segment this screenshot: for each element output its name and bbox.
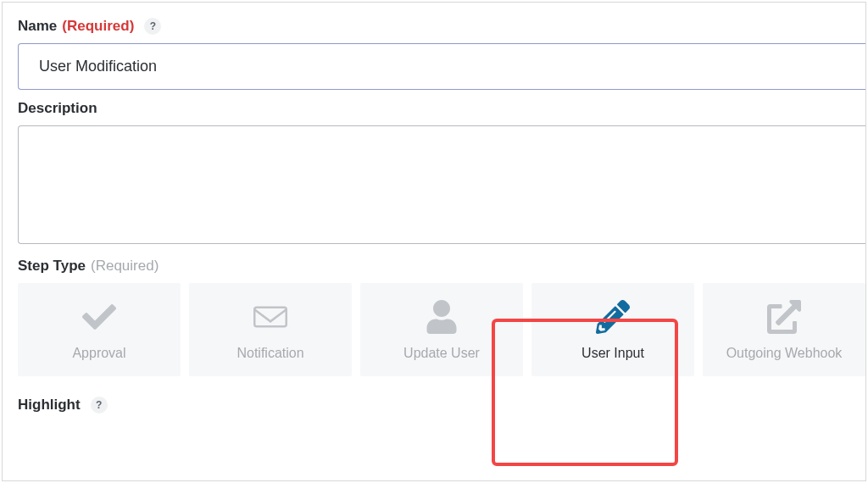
description-label-line: Description xyxy=(18,100,865,117)
step-type-label: Step Type xyxy=(18,258,86,275)
name-required-hint: (Required) xyxy=(62,18,134,35)
envelope-icon xyxy=(253,300,287,334)
external-link-icon xyxy=(767,300,801,334)
check-icon xyxy=(82,300,116,334)
help-icon[interactable]: ? xyxy=(144,18,161,35)
step-card-approval[interactable]: Approval xyxy=(18,283,181,376)
highlight-label: Highlight xyxy=(18,397,81,414)
pencil-icon xyxy=(596,300,630,334)
name-field-row: Name (Required) ? xyxy=(18,18,865,90)
step-type-label-line: Step Type (Required) xyxy=(18,258,865,275)
step-label-update-user: Update User xyxy=(403,346,480,361)
step-label-outgoing-webhook: Outgoing Webhook xyxy=(726,346,843,361)
highlight-field-row: Highlight ? xyxy=(18,397,865,414)
step-card-user-input[interactable]: User Input xyxy=(531,283,694,376)
description-field-row: Description xyxy=(18,100,865,247)
form-container: Name (Required) ? Description Step Type … xyxy=(2,2,866,481)
step-label-notification: Notification xyxy=(236,346,303,361)
step-type-required-hint: (Required) xyxy=(91,258,159,275)
description-input[interactable] xyxy=(18,125,865,244)
step-label-user-input: User Input xyxy=(581,346,644,361)
name-input[interactable] xyxy=(18,43,865,90)
name-label: Name xyxy=(18,18,57,35)
step-card-outgoing-webhook[interactable]: Outgoing Webhook xyxy=(703,283,865,376)
step-type-options: Approval Notification Update User User I… xyxy=(18,283,865,376)
step-type-field-row: Step Type (Required) Approval Notificati… xyxy=(18,258,865,376)
name-label-line: Name (Required) ? xyxy=(18,18,865,35)
help-icon[interactable]: ? xyxy=(91,397,108,414)
step-card-notification[interactable]: Notification xyxy=(189,283,352,376)
description-label: Description xyxy=(18,100,97,117)
step-card-update-user[interactable]: Update User xyxy=(360,283,523,376)
step-label-approval: Approval xyxy=(72,346,125,361)
highlight-label-line: Highlight ? xyxy=(18,397,865,414)
user-icon xyxy=(425,300,459,334)
